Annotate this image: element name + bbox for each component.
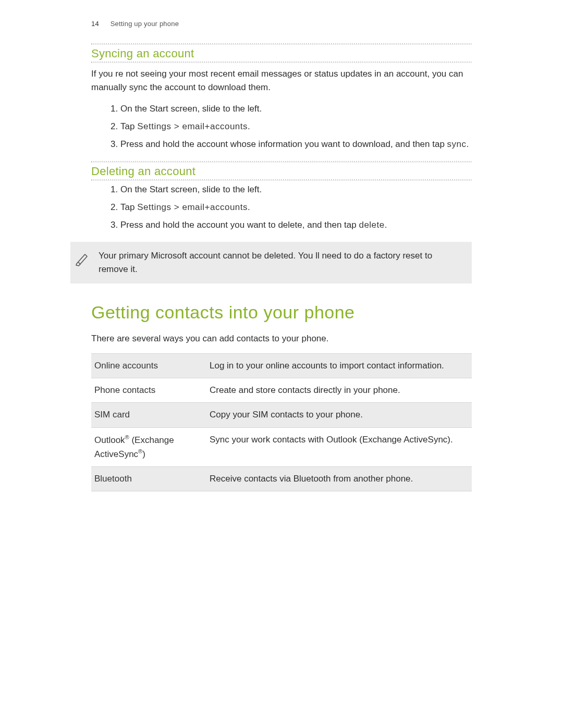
divider — [91, 43, 472, 45]
heading-getting-contacts: Getting contacts into your phone — [91, 302, 472, 323]
step-text: . — [467, 139, 469, 149]
document-page: 14 Setting up your phone Syncing an acco… — [0, 0, 563, 728]
table-key-text: ) — [142, 449, 145, 459]
step-item: Tap Settings > email+accounts. — [120, 201, 472, 214]
table-key: SIM card — [91, 403, 206, 427]
step-item: Press and hold the account whose informa… — [120, 138, 472, 151]
table-value: Sync your work contacts with Outlook (Ex… — [206, 427, 472, 466]
body-text: There are several ways you can add conta… — [91, 332, 472, 346]
ui-action-sync: sync — [447, 139, 467, 149]
table-key: Bluetooth — [91, 466, 206, 491]
steps-list-delete: On the Start screen, slide to the left. … — [91, 183, 472, 232]
table-value: Create and store contacts directly in yo… — [206, 378, 472, 403]
body-text: If you re not seeing your most recent em… — [91, 67, 472, 95]
page-number: 14 — [91, 20, 99, 28]
table-row: Bluetooth Receive contacts via Bluetooth… — [91, 466, 472, 491]
step-item: Press and hold the account you want to d… — [120, 218, 472, 232]
step-item: On the Start screen, slide to the left. — [120, 102, 472, 116]
registered-mark: ® — [125, 434, 129, 440]
divider — [91, 161, 472, 163]
steps-list-sync: On the Start screen, slide to the left. … — [91, 102, 472, 152]
ui-action-delete: delete — [359, 220, 384, 230]
step-text: . — [248, 202, 250, 212]
step-text: . — [248, 121, 250, 131]
table-row: Online accounts Log in to your online ac… — [91, 353, 472, 378]
subheading-deleting: Deleting an account — [91, 165, 472, 178]
table-key: Online accounts — [91, 353, 206, 378]
page-section-name: Setting up your phone — [111, 20, 179, 28]
table-row: Outlook® (Exchange ActiveSync®) Sync you… — [91, 427, 472, 466]
registered-mark: ® — [138, 448, 142, 454]
step-item: On the Start screen, slide to the left. — [120, 183, 472, 196]
table-key: Outlook® (Exchange ActiveSync®) — [91, 427, 206, 466]
step-text: . — [385, 220, 387, 230]
table-row: SIM card Copy your SIM contacts to your … — [91, 403, 472, 427]
pencil-icon — [75, 251, 89, 267]
divider — [91, 61, 472, 63]
note-text: Your primary Microsoft account cannot be… — [99, 249, 462, 277]
step-text: Press and hold the account you want to d… — [120, 220, 359, 230]
step-item: Tap Settings > email+accounts. — [120, 120, 472, 133]
step-text: Press and hold the account whose informa… — [120, 139, 447, 149]
subheading-syncing: Syncing an account — [91, 47, 472, 60]
ui-path-settings: Settings > email+accounts — [137, 121, 248, 131]
table-value: Copy your SIM contacts to your phone. — [206, 403, 472, 427]
divider — [91, 179, 472, 181]
page-header: 14 Setting up your phone — [91, 20, 472, 28]
ui-path-settings: Settings > email+accounts — [137, 202, 248, 212]
contacts-methods-table: Online accounts Log in to your online ac… — [91, 353, 472, 491]
table-value: Receive contacts via Bluetooth from anot… — [206, 466, 472, 491]
table-row: Phone contacts Create and store contacts… — [91, 378, 472, 403]
step-text: Tap — [120, 202, 137, 212]
table-key: Phone contacts — [91, 378, 206, 403]
table-value: Log in to your online accounts to import… — [206, 353, 472, 378]
table-key-text: Outlook — [94, 435, 125, 445]
step-text: Tap — [120, 121, 137, 131]
note-callout: Your primary Microsoft account cannot be… — [70, 242, 472, 284]
